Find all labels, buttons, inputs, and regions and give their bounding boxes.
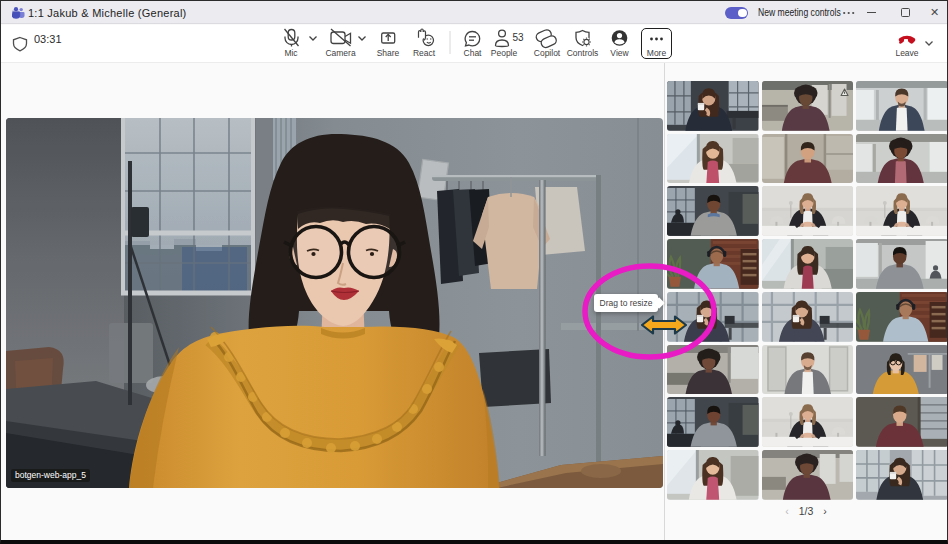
svg-text:53: 53 — [513, 32, 525, 43]
